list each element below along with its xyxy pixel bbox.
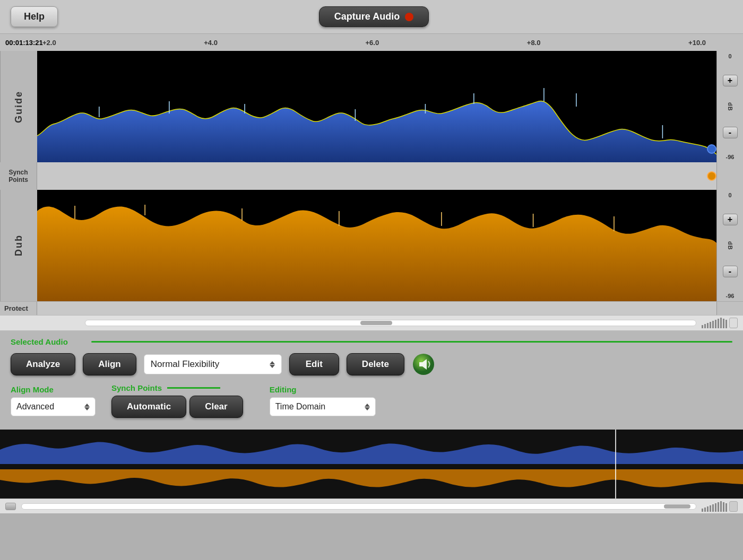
bottom-scrollbar (0, 498, 743, 513)
editing-arrow-down (365, 407, 370, 410)
align-mode-label: Align Mode (11, 385, 96, 394)
align-mode-arrow-down (84, 407, 90, 410)
editing-group: Editing Time Domain (270, 385, 376, 416)
b-zoom-tick-1 (702, 509, 703, 512)
zoom-area (702, 318, 738, 328)
zoom-handle[interactable] (729, 318, 738, 328)
ruler-mark-3: +6.0 (366, 39, 379, 47)
capture-audio-button[interactable]: Capture Audio (319, 6, 429, 27)
analyze-button[interactable]: Analyze (11, 353, 75, 375)
timeline-ruler: 00:01:13:21 +2.0 +4.0 +6.0 +8.0 +10.0 (0, 34, 743, 51)
guide-zoom-out-button[interactable]: - (723, 127, 738, 138)
zoom-tick-2 (704, 324, 706, 328)
b-zoom-tick-2 (704, 508, 706, 512)
zoom-tick-9 (723, 319, 724, 328)
align-button[interactable]: Align (83, 353, 136, 375)
bottom-zoom-handle[interactable] (729, 501, 738, 512)
guide-position-dot[interactable] (707, 144, 716, 154)
dub-zoom-out-button[interactable]: - (723, 266, 738, 277)
guide-minus96-label: -96 (726, 154, 735, 160)
ruler-mark-2: +4.0 (204, 39, 218, 47)
bottom-zoom-ticks (702, 501, 727, 512)
bottom-zoom-area (702, 501, 738, 512)
synch-points-row: SynchPoints (0, 162, 743, 190)
zoom-tick-3 (707, 323, 709, 328)
synch-scale-spacer (716, 162, 743, 190)
dub-zero-label: 0 (728, 192, 731, 198)
synch-points-label: Synch Points (111, 383, 162, 392)
zoom-tick-5 (712, 321, 714, 328)
flexibility-arrows (270, 361, 275, 368)
zoom-tick-1 (702, 325, 703, 328)
capture-label: Capture Audio (334, 11, 400, 22)
synch-content (37, 162, 716, 190)
main-scrollbar-area (0, 315, 743, 331)
align-mode-group: Align Mode Advanced (11, 385, 96, 416)
selected-audio-line (91, 341, 732, 343)
b-zoom-tick-5 (712, 504, 714, 512)
timestamp: 00:01:13:21 (5, 39, 43, 47)
zoom-tick-8 (720, 318, 722, 328)
bottom-scroll-thumb[interactable] (664, 504, 690, 509)
b-zoom-tick-6 (715, 503, 716, 512)
align-mode-value: Advanced (16, 402, 54, 412)
guide-track-row: Guide (0, 51, 743, 162)
zoom-tick-6 (715, 320, 716, 328)
mini-waveform-area[interactable] (0, 430, 743, 498)
selected-audio-label: Selected Audio (11, 337, 85, 346)
dub-minus96-label: -96 (726, 293, 735, 299)
editing-arrow-up (365, 404, 370, 407)
align-mode-select[interactable]: Advanced (11, 397, 96, 416)
guide-zoom-in-button[interactable]: + (723, 75, 738, 86)
b-zoom-tick-7 (718, 502, 719, 512)
automatic-button[interactable]: Automatic (111, 396, 186, 418)
guide-waveform (37, 51, 716, 162)
guide-db-label: dB (727, 102, 733, 111)
dub-scale: 0 + dB - -96 (716, 190, 743, 301)
flexibility-value: Normal Flexibility (151, 359, 219, 370)
zoom-ticks (702, 318, 727, 328)
flexibility-arrow-down (270, 365, 275, 368)
record-indicator (405, 13, 413, 21)
bottom-scroll-left-button[interactable] (5, 503, 16, 510)
synch-label: SynchPoints (0, 162, 37, 190)
b-zoom-tick-3 (707, 506, 709, 512)
synch-points-line (167, 387, 220, 389)
protect-content (37, 302, 716, 315)
clear-button[interactable]: Clear (189, 396, 243, 418)
lower-controls-row: Align Mode Advanced Synch Points Automat… (11, 383, 732, 418)
speaker-icon[interactable] (412, 353, 435, 376)
editing-value: Time Domain (275, 402, 326, 412)
bottom-scroll-track[interactable] (21, 503, 696, 510)
edit-button[interactable]: Edit (289, 353, 339, 375)
flexibility-select[interactable]: Normal Flexibility (144, 354, 282, 374)
ruler-mark-1: +2.0 (42, 39, 56, 47)
dub-track-row: Dub 0 + dB - -96 (0, 190, 743, 301)
selected-audio-row: Selected Audio (11, 337, 732, 346)
align-mode-arrows (84, 404, 90, 410)
dub-waveform (37, 190, 716, 301)
dub-track-label: Dub (0, 190, 37, 301)
flexibility-arrow-up (270, 361, 275, 364)
main-scroll-track[interactable] (85, 320, 696, 326)
zoom-tick-10 (725, 320, 727, 328)
main-controls-row: Analyze Align Normal Flexibility Edit De… (11, 353, 732, 376)
synch-buttons-row: Automatic Clear (111, 396, 243, 418)
protect-scale-spacer (716, 302, 743, 315)
protect-bar: Protect (0, 301, 743, 315)
protect-label: Protect (0, 302, 37, 315)
synch-position-dot[interactable] (707, 171, 716, 181)
help-button[interactable]: Help (11, 6, 58, 27)
main-scroll-thumb[interactable] (360, 321, 392, 325)
editing-label: Editing (270, 385, 376, 394)
zoom-tick-7 (718, 319, 719, 328)
b-zoom-tick-4 (710, 505, 711, 512)
top-bar: Help Capture Audio (0, 0, 743, 34)
delete-button[interactable]: Delete (347, 353, 404, 375)
ruler-mark-5: +10.0 (688, 39, 706, 47)
b-zoom-tick-8 (720, 501, 722, 512)
editing-select[interactable]: Time Domain (270, 397, 376, 416)
synch-points-label-row: Synch Points (111, 383, 243, 392)
b-zoom-tick-10 (725, 503, 727, 512)
dub-zoom-in-button[interactable]: + (723, 214, 738, 225)
